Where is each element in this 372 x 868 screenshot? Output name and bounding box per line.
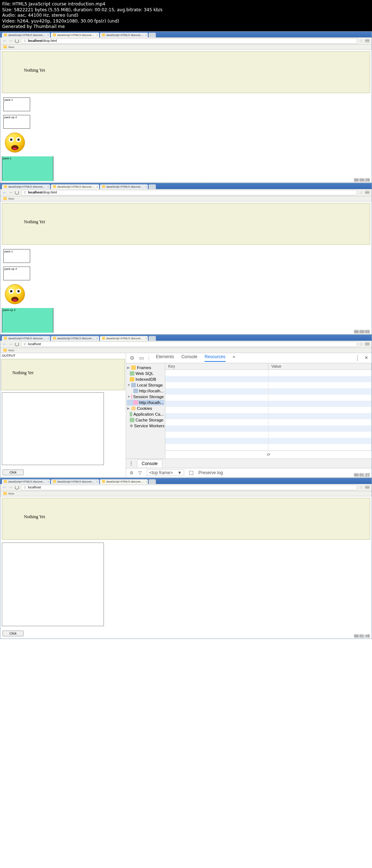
- browser-tab[interactable]: JavaScript HTML5 discove...×: [100, 184, 148, 189]
- menu-icon[interactable]: [365, 486, 369, 489]
- tree-item-cachestorage[interactable]: Cache Storage: [127, 417, 164, 423]
- devtools-tab-console[interactable]: Console: [181, 354, 197, 362]
- menu-icon[interactable]: [365, 191, 369, 194]
- bookmark-item[interactable]: New: [8, 349, 14, 352]
- smiley-icon[interactable]: [5, 284, 367, 304]
- close-icon[interactable]: ×: [48, 480, 49, 483]
- clear-icon[interactable]: ⊘: [130, 470, 133, 475]
- browser-tab-active[interactable]: JavaScript HTML5 discove...×: [51, 184, 99, 189]
- more-icon[interactable]: ⋮: [355, 355, 360, 361]
- reload-button[interactable]: [15, 191, 19, 195]
- table-row[interactable]: [165, 382, 372, 388]
- drag-item-2[interactable]: pack up 2: [3, 115, 30, 129]
- new-tab-button[interactable]: [149, 479, 156, 484]
- url-bar[interactable]: 🗋 localhost: [21, 341, 357, 347]
- new-tab-button[interactable]: [149, 33, 156, 37]
- close-icon[interactable]: ×: [97, 185, 98, 188]
- tree-item-appcache[interactable]: Application Ca...: [127, 411, 164, 417]
- devtools-tab-elements[interactable]: Elements: [156, 354, 174, 362]
- tree-item-indexeddb[interactable]: IndexedDB: [127, 376, 164, 382]
- browser-tab-active[interactable]: JavaScript HTML5 discove...×: [100, 336, 148, 341]
- browser-tab[interactable]: JavaScript HTML5 discove...×: [100, 33, 148, 37]
- table-row[interactable]: [165, 401, 372, 407]
- browser-tab[interactable]: JavaScript HTML5 discove...×: [51, 479, 99, 484]
- table-row[interactable]: [165, 432, 372, 438]
- tree-item-localstorage-origin[interactable]: http://localh...: [127, 388, 164, 394]
- close-icon[interactable]: ×: [145, 34, 147, 36]
- forward-button[interactable]: →: [9, 190, 13, 195]
- tree-item-cookies[interactable]: ▶Cookies: [127, 405, 164, 411]
- bookmark-item[interactable]: New: [8, 492, 14, 495]
- reload-button[interactable]: [15, 342, 19, 346]
- browser-tab[interactable]: JavaScript HTML5 discove...×: [2, 336, 50, 341]
- forward-button[interactable]: →: [9, 485, 13, 489]
- new-tab-button[interactable]: [149, 336, 156, 341]
- close-icon[interactable]: ×: [97, 34, 98, 36]
- close-icon[interactable]: ×: [97, 480, 98, 483]
- close-icon[interactable]: ×: [48, 337, 49, 340]
- table-row[interactable]: [165, 370, 372, 376]
- refresh-icon[interactable]: ⟳: [267, 452, 270, 457]
- new-tab-button[interactable]: [149, 184, 156, 189]
- devtools-tab-resources[interactable]: Resources: [205, 354, 225, 362]
- close-icon[interactable]: ×: [48, 34, 49, 36]
- table-row[interactable]: [165, 419, 372, 425]
- inspect-icon[interactable]: ⯐: [130, 355, 135, 361]
- more-icon[interactable]: ⋮: [129, 461, 133, 466]
- output-textarea[interactable]: [2, 543, 104, 626]
- menu-icon[interactable]: [365, 343, 369, 346]
- url-bar[interactable]: 🗋 localhost: [21, 485, 357, 490]
- browser-tab[interactable]: JavaScript HTML5 discove...×: [2, 33, 50, 37]
- table-row[interactable]: [165, 376, 372, 382]
- close-icon[interactable]: ×: [145, 185, 147, 188]
- back-button[interactable]: ←: [3, 342, 7, 346]
- forward-button[interactable]: →: [9, 342, 13, 346]
- bookmark-item[interactable]: New: [8, 45, 14, 49]
- bookmark-star-icon[interactable]: ☆: [359, 39, 363, 43]
- url-bar[interactable]: 🗋 localhost/drop.html: [21, 38, 357, 44]
- close-icon[interactable]: ×: [365, 355, 368, 361]
- browser-tab-active[interactable]: JavaScript HTML5 discove...×: [100, 479, 148, 484]
- tree-item-localstorage[interactable]: ▼Local Storage: [127, 382, 164, 388]
- drag-item-1[interactable]: pack 1: [3, 97, 30, 111]
- close-icon[interactable]: ×: [145, 337, 147, 340]
- close-icon[interactable]: ×: [145, 480, 147, 483]
- browser-tab[interactable]: JavaScript HTML5 discove...×: [2, 184, 50, 189]
- drag-item-1[interactable]: pack 1: [3, 249, 30, 263]
- browser-tab-active[interactable]: JavaScript HTML5 discove...×: [51, 33, 99, 37]
- drop-zone[interactable]: pack up 2: [2, 308, 53, 333]
- back-button[interactable]: ←: [3, 485, 7, 489]
- table-row[interactable]: [165, 425, 372, 432]
- click-button[interactable]: Click: [3, 631, 24, 636]
- bookmark-star-icon[interactable]: ☆: [359, 190, 363, 195]
- output-textarea[interactable]: [2, 392, 104, 465]
- menu-icon[interactable]: [365, 39, 369, 43]
- reload-button[interactable]: [15, 485, 19, 489]
- filter-icon[interactable]: ▽: [138, 470, 142, 475]
- table-row[interactable]: [165, 444, 372, 450]
- url-bar[interactable]: 🗋 localhost/drop.html: [21, 190, 357, 195]
- table-row[interactable]: [165, 407, 372, 413]
- close-icon[interactable]: ×: [97, 337, 98, 340]
- col-key[interactable]: Key: [165, 363, 268, 369]
- forward-button[interactable]: →: [9, 39, 13, 43]
- table-row[interactable]: [165, 438, 372, 444]
- context-select[interactable]: <top frame> ▼: [147, 469, 184, 476]
- table-row[interactable]: [165, 388, 372, 395]
- close-icon[interactable]: ×: [48, 185, 49, 188]
- browser-tab[interactable]: JavaScript HTML5 discove...×: [2, 479, 50, 484]
- tree-item-sessionstorage[interactable]: ▼Session Storage: [127, 394, 164, 400]
- table-row[interactable]: [165, 413, 372, 419]
- tree-item-sessionstorage-origin[interactable]: http://localh...: [127, 400, 164, 405]
- back-button[interactable]: ←: [3, 190, 7, 195]
- device-icon[interactable]: ▭: [139, 355, 144, 361]
- bookmark-star-icon[interactable]: ☆: [359, 342, 363, 347]
- click-button[interactable]: Click: [3, 469, 24, 475]
- bookmark-item[interactable]: New: [8, 197, 14, 200]
- smiley-icon[interactable]: [5, 132, 367, 153]
- chevron-right-icon[interactable]: »: [233, 354, 235, 362]
- back-button[interactable]: ←: [3, 39, 7, 43]
- col-value[interactable]: Value: [268, 363, 372, 369]
- console-tab[interactable]: Console: [137, 460, 162, 467]
- reload-button[interactable]: [15, 39, 19, 43]
